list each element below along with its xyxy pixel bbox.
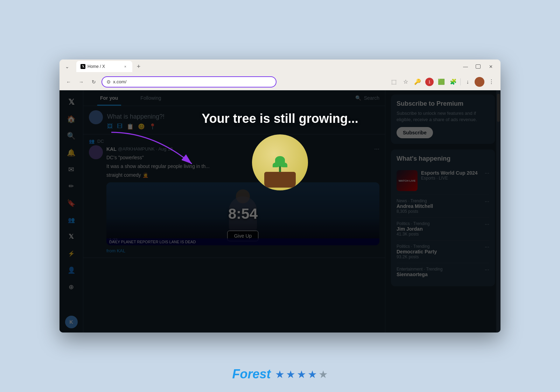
shield-icon[interactable]: 🔑 [413, 77, 422, 87]
tab-close-button[interactable]: × [122, 64, 128, 69]
new-tab-button[interactable]: + [134, 62, 144, 71]
bottom-label: Forest ★ ★ ★ ★ ★ [232, 367, 328, 382]
profile-avatar[interactable] [475, 77, 484, 87]
nav-tools: ⬚ ☆ 🔑 1 🟩 🧩 ↓ ⋮ [389, 77, 496, 87]
browser-content: 𝕏 🏠 🔍 🔔 ✉ ✏ 🔖 👥 𝕏 ⚡ 👤 ⊕ K For you Follow… [59, 90, 500, 332]
tab-favicon: 𝕏 [80, 64, 85, 69]
window-minimize-button[interactable]: — [461, 62, 470, 71]
extension-badge-icon[interactable]: 1 [425, 77, 434, 87]
tab-area: 𝕏 Home / X × + [75, 61, 458, 72]
star-3: ★ [297, 368, 306, 380]
tab-label: Home / X [88, 64, 105, 69]
sandwich-extension-icon[interactable]: 🟩 [436, 77, 446, 87]
address-controls-icon: ⚙ [106, 79, 111, 85]
star-4: ★ [308, 368, 317, 380]
nav-bar: ← → ↻ ⚙ x.com/ ⬚ ☆ 🔑 1 🟩 🧩 ↓ ⋮ [59, 74, 500, 90]
address-bar[interactable]: ⚙ x.com/ [102, 76, 276, 88]
tree-leaf-left [273, 162, 280, 167]
reload-button[interactable]: ↻ [89, 77, 99, 87]
browser-tab[interactable]: 𝕏 Home / X × [76, 61, 132, 72]
title-bar: ⌄ 𝕏 Home / X × + — ✕ [59, 59, 500, 74]
menu-icon[interactable]: ⋮ [486, 77, 496, 87]
download-icon[interactable]: ↓ [463, 77, 472, 87]
forest-tree-graphic [252, 134, 308, 190]
forest-message: Your tree is still growing... [202, 111, 358, 126]
tree-plant [275, 156, 285, 174]
cast-icon[interactable]: ⬚ [389, 77, 399, 87]
tree-leaf-right [280, 162, 287, 167]
star-1: ★ [275, 368, 285, 380]
window-controls: ⌄ [62, 62, 72, 71]
browser-window: ⌄ 𝕏 Home / X × + — ✕ ← → ↻ ⚙ x.com/ ⬚ [59, 59, 500, 332]
puzzle-extension-icon[interactable]: 🧩 [448, 77, 458, 87]
window-maximize-button[interactable] [474, 62, 482, 71]
maximize-icon [476, 64, 481, 69]
forest-app-name: Forest [232, 367, 271, 382]
url-text: x.com/ [113, 79, 126, 84]
chevron-down-icon[interactable]: ⌄ [62, 62, 72, 71]
star-rating: ★ ★ ★ ★ ★ [275, 368, 328, 380]
bookmark-icon[interactable]: ☆ [401, 77, 411, 87]
forest-overlay: Your tree is still growing... [59, 90, 500, 332]
star-5: ★ [318, 368, 328, 380]
nav-divider [460, 78, 461, 85]
tree-pot [264, 172, 296, 188]
back-button[interactable]: ← [64, 77, 74, 87]
forward-button[interactable]: → [76, 77, 86, 87]
window-close-button[interactable]: ✕ [486, 62, 495, 71]
star-2: ★ [286, 368, 295, 380]
extension-count-badge: 1 [425, 78, 434, 86]
